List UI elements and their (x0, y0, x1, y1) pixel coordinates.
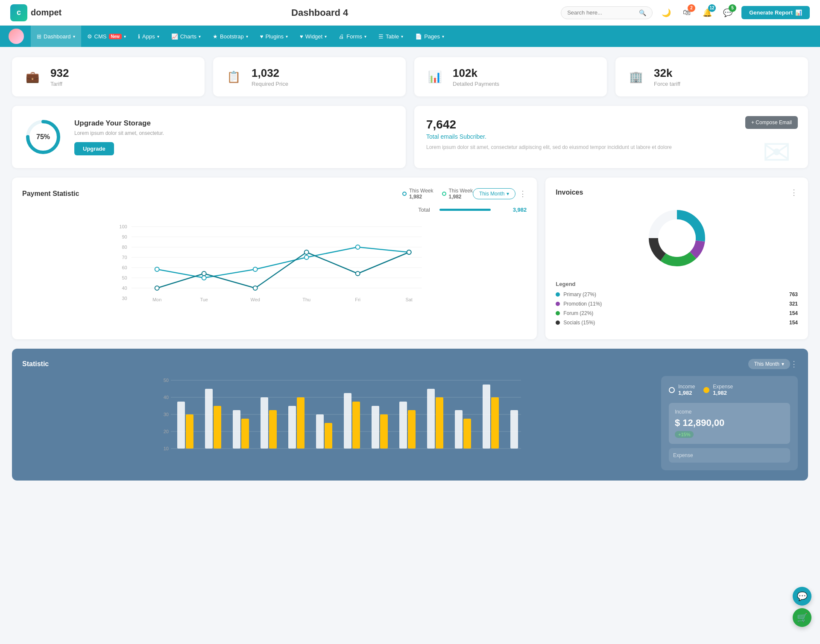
svg-text:Fri: Fri (355, 297, 360, 302)
cart-badge: 2 (688, 4, 695, 12)
svg-rect-51 (177, 402, 185, 449)
svg-rect-52 (186, 414, 193, 449)
promotion-value: 321 (789, 301, 798, 307)
svg-point-26 (305, 255, 309, 259)
expense-label: Expense (713, 384, 733, 390)
svg-rect-54 (214, 406, 221, 449)
svg-point-33 (356, 271, 360, 276)
series-2-dot (442, 192, 446, 196)
nav-item-charts[interactable]: 📈 Charts ▾ (165, 26, 207, 47)
total-label: Total (418, 207, 430, 213)
svg-text:Tue: Tue (200, 297, 208, 302)
theme-toggle-button[interactable]: 🌙 (659, 6, 673, 20)
payments-icon: 📊 (425, 67, 445, 87)
nav-item-dashboard[interactable]: ⊞ Dashboard ▾ (31, 26, 81, 47)
svg-rect-53 (205, 389, 213, 449)
svg-point-31 (253, 286, 258, 290)
legend-item-promotion: Promotion (11%) 321 (556, 301, 798, 307)
nav-item-plugins[interactable]: ♥ Plugins ▾ (254, 26, 294, 47)
svg-rect-72 (463, 419, 471, 449)
price-icon: 📋 (223, 67, 244, 87)
forum-dot (556, 311, 560, 315)
invoices-options-button[interactable]: ⋮ (790, 188, 798, 197)
nav-item-cms[interactable]: ⚙ CMS New ▾ (81, 26, 132, 47)
nav-item-pages[interactable]: 📄 Pages ▾ (409, 26, 450, 47)
income-label: Income (678, 384, 695, 390)
nav-item-forms[interactable]: 🖨 Forms ▾ (333, 26, 372, 47)
compose-email-button[interactable]: + Compose Email (745, 116, 798, 129)
svg-rect-66 (380, 414, 388, 449)
bootstrap-icon: ★ (213, 33, 218, 40)
nav-item-widget[interactable]: ♥ Widget ▾ (294, 26, 333, 47)
bar-chart-area: 50 40 30 20 10 (22, 376, 653, 470)
pages-chevron-icon: ▾ (442, 34, 444, 39)
payments-label: Detalled Payments (453, 81, 499, 87)
svg-point-23 (155, 267, 159, 271)
primary-value: 763 (789, 291, 798, 297)
forms-icon: 🖨 (339, 33, 344, 40)
price-label: Required Price (252, 81, 288, 87)
nav-item-table[interactable]: ☰ Table ▾ (372, 26, 409, 47)
bootstrap-chevron-icon: ▾ (246, 34, 248, 39)
storage-card: 75% Upgrade Your Storage Lorem ipsum dol… (12, 106, 406, 168)
income-box-label: Income (675, 409, 784, 415)
stat-info: 102k Detalled Payments (453, 67, 499, 87)
socials-dot (556, 321, 560, 325)
mid-row: 75% Upgrade Your Storage Lorem ipsum dol… (12, 106, 808, 168)
cart-icon-button[interactable]: 🛍 2 (680, 6, 694, 20)
table-icon: ☰ (378, 33, 384, 40)
stat-info-panel: Income 1,982 Expense 1,982 Income $ (661, 376, 798, 470)
series-1-label: This Week (409, 188, 433, 194)
svg-rect-55 (233, 410, 240, 449)
expense-dot (703, 387, 709, 393)
search-input[interactable] (567, 9, 636, 16)
socials-value: 154 (789, 320, 798, 326)
svg-point-24 (202, 276, 206, 280)
chart-header: Payment Statistic This Week 1,982 This W… (22, 188, 527, 200)
email-number: 7,642 (426, 118, 796, 131)
pages-icon: 📄 (415, 33, 422, 40)
chart-options-button[interactable]: ⋮ (519, 189, 527, 198)
svg-rect-65 (372, 406, 379, 449)
invoices-card: Invoices ⋮ (545, 178, 808, 339)
svg-text:60: 60 (122, 265, 127, 270)
svg-rect-61 (316, 414, 324, 449)
primary-label: Primary (27%) (563, 291, 789, 297)
messages-button[interactable]: 💬 5 (721, 6, 735, 20)
forum-value: 154 (789, 310, 798, 316)
svg-rect-58 (269, 410, 277, 449)
income-value: 1,982 (678, 390, 695, 396)
tariff-icon: 💼 (22, 67, 43, 87)
expense-box-label: Expense (673, 452, 786, 458)
statistic-header: Statistic This Month ▾ ⋮ (22, 359, 798, 369)
notification-bell-button[interactable]: 🔔 12 (700, 6, 714, 20)
svg-rect-70 (436, 397, 443, 449)
nav-item-apps[interactable]: ℹ Apps ▾ (132, 26, 165, 47)
svg-rect-75 (510, 410, 518, 449)
nav-item-bootstrap[interactable]: ★ Bootstrap ▾ (207, 26, 254, 47)
this-month-button[interactable]: This Month ▾ (473, 188, 515, 199)
svg-text:30: 30 (122, 296, 127, 301)
svg-rect-67 (399, 402, 407, 449)
income-expense-row: Income 1,982 Expense 1,982 (669, 384, 790, 396)
generate-report-button[interactable]: Generate Report 📊 (741, 6, 810, 19)
stat-info: 932 Tariff (50, 67, 69, 87)
stat-card-force-tariff: 🏢 32k Force tariff (615, 57, 808, 96)
tariff-number: 932 (50, 67, 69, 80)
statistic-options-button[interactable]: ⋮ (790, 359, 798, 369)
cms-chevron-icon: ▾ (124, 34, 126, 39)
upgrade-button[interactable]: Upgrade (74, 142, 114, 155)
svg-text:90: 90 (122, 234, 127, 239)
chart-series: This Week 1,982 This Week 1,982 (402, 188, 473, 200)
statistic-this-month-button[interactable]: This Month ▾ (748, 359, 790, 369)
forms-chevron-icon: ▾ (364, 34, 366, 39)
email-desc: Lorem ipsum dolor sit amet, consectetur … (426, 144, 682, 150)
payments-number: 102k (453, 67, 499, 80)
socials-label: Socials (15%) (563, 320, 789, 326)
svg-rect-60 (297, 397, 305, 449)
dashboard-chevron-icon: ▾ (73, 34, 75, 39)
search-icon: 🔍 (639, 9, 646, 16)
email-bg-icon: ✉ (762, 133, 791, 168)
logo: c dompet (10, 4, 62, 21)
cms-new-badge: New (109, 34, 122, 39)
